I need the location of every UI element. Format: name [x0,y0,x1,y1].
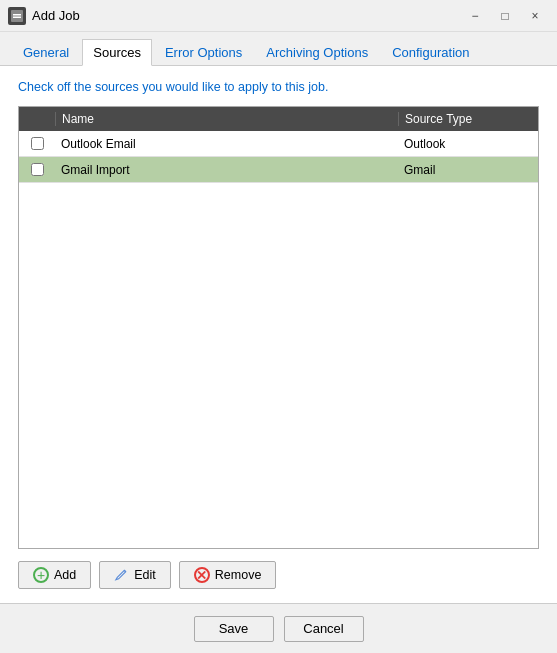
tab-general[interactable]: General [12,39,80,66]
tab-configuration[interactable]: Configuration [381,39,480,66]
action-bar: Add Edit ✕ Remove [18,561,539,589]
row1-checkbox[interactable] [31,137,44,150]
add-button[interactable]: Add [18,561,91,589]
svg-rect-1 [13,14,21,16]
row1-type: Outlook [398,137,538,151]
row2-type: Gmail [398,163,538,177]
maximize-button[interactable]: □ [491,5,519,27]
sources-table: Name Source Type Outlook Email Outlook G… [18,106,539,549]
header-type: Source Type [398,112,538,126]
instruction-link[interactable]: this job [285,80,325,94]
titlebar: Add Job − □ × [0,0,557,32]
row2-name: Gmail Import [55,163,398,177]
window-title: Add Job [32,8,461,23]
row1-name: Outlook Email [55,137,398,151]
edit-label: Edit [134,568,156,582]
instruction-text: Check off the sources you would like to … [18,80,539,94]
edit-icon [114,568,129,583]
edit-button[interactable]: Edit [99,561,171,589]
row2-checkbox[interactable] [31,163,44,176]
table-body: Outlook Email Outlook Gmail Import Gmail [19,131,538,548]
table-row[interactable]: Gmail Import Gmail [19,157,538,183]
table-row: Outlook Email Outlook [19,131,538,157]
minimize-button[interactable]: − [461,5,489,27]
instruction-after: . [325,80,328,94]
header-name: Name [55,112,398,126]
window-controls: − □ × [461,5,549,27]
tab-sources[interactable]: Sources [82,39,152,66]
cancel-button[interactable]: Cancel [284,616,364,642]
tab-archiving-options[interactable]: Archiving Options [255,39,379,66]
remove-button[interactable]: ✕ Remove [179,561,277,589]
tab-bar: General Sources Error Options Archiving … [0,32,557,66]
table-header: Name Source Type [19,107,538,131]
footer: Save Cancel [0,603,557,653]
tab-error-options[interactable]: Error Options [154,39,253,66]
instruction-before: Check off the sources you would like to … [18,80,285,94]
svg-rect-2 [13,16,21,18]
add-icon [33,567,49,583]
close-button[interactable]: × [521,5,549,27]
save-button[interactable]: Save [194,616,274,642]
svg-rect-0 [11,10,23,22]
row1-check[interactable] [19,137,55,150]
main-content: Check off the sources you would like to … [0,66,557,603]
app-icon [8,7,26,25]
remove-label: Remove [215,568,262,582]
add-label: Add [54,568,76,582]
row2-check[interactable] [19,163,55,176]
remove-icon: ✕ [194,567,210,583]
